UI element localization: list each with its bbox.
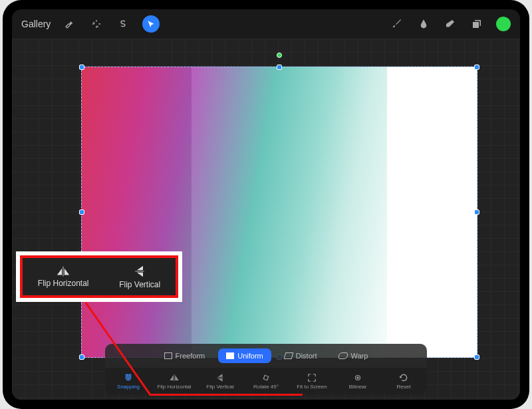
magnet-icon <box>124 373 133 382</box>
snapping-button[interactable]: Snapping <box>110 373 146 390</box>
mode-distort[interactable]: Distort <box>277 348 325 363</box>
reset-button[interactable]: Reset <box>386 373 422 390</box>
mode-label: Uniform <box>237 352 263 360</box>
mode-label: Distort <box>296 352 317 360</box>
flip-horizontal-button[interactable]: Flip Horizontal <box>156 373 192 390</box>
gallery-button[interactable]: Gallery <box>21 19 51 29</box>
mode-freeform[interactable]: Freeform <box>156 348 213 363</box>
gradient-layer[interactable] <box>81 67 387 358</box>
toolbar-label: Fit to Screen <box>297 384 327 390</box>
wrench-icon[interactable] <box>63 17 77 31</box>
freeform-icon <box>164 352 172 359</box>
toolbar-label: Snapping <box>117 384 140 390</box>
smudge-icon[interactable] <box>416 17 431 31</box>
callout-label: Flip Horizontal <box>38 279 89 288</box>
transform-mode-bar: Freeform Uniform Distort Warp <box>105 344 427 368</box>
transform-toolbar: Snapping Flip Horizontal Flip Vertical <box>105 368 427 394</box>
adjust-icon[interactable] <box>89 17 104 31</box>
callout-flip-vertical: Flip Vertical <box>119 265 160 289</box>
reset-icon <box>399 373 408 382</box>
flip-vertical-icon <box>134 265 145 278</box>
eraser-icon[interactable] <box>443 17 458 31</box>
annotation-callout-inner: Flip Horizontal Flip Vertical <box>20 255 178 298</box>
selection-s-icon[interactable] <box>116 17 130 31</box>
color-swatch[interactable] <box>496 17 511 31</box>
rotate-45-button[interactable]: Rotate 45° <box>248 373 284 390</box>
annotation-callout: Flip Horizontal Flip Vertical <box>16 251 182 302</box>
svg-rect-2 <box>263 375 268 380</box>
toolbar-label: Bilinear <box>349 384 367 390</box>
brush-icon[interactable] <box>390 17 404 31</box>
layers-icon[interactable] <box>469 17 484 31</box>
flip-vertical-button[interactable]: Flip Vertical <box>202 373 238 390</box>
rotation-handle[interactable] <box>277 53 282 58</box>
toolbar-label: Flip Vertical <box>206 384 233 390</box>
flip-horizontal-icon <box>169 373 180 382</box>
mode-uniform[interactable]: Uniform <box>218 348 271 363</box>
flip-vertical-icon <box>216 373 224 382</box>
fit-to-screen-button[interactable]: Fit to Screen <box>294 373 330 390</box>
fit-screen-icon <box>307 373 317 382</box>
bilinear-button[interactable]: Bilinear <box>340 373 376 390</box>
mode-warp[interactable]: Warp <box>331 348 376 363</box>
mode-label: Warp <box>351 352 368 360</box>
flip-horizontal-icon <box>56 266 70 277</box>
app-screen: Gallery <box>12 9 520 400</box>
toolbar-label: Flip Horizontal <box>157 384 191 390</box>
toolbar-label: Reset <box>397 384 411 390</box>
callout-label: Flip Vertical <box>119 280 160 289</box>
callout-flip-horizontal: Flip Horizontal <box>38 266 89 288</box>
rotate-icon <box>261 373 271 382</box>
toolbar-label: Rotate 45° <box>253 384 279 390</box>
ipad-device-frame: Gallery <box>3 0 529 409</box>
uniform-icon <box>226 352 234 359</box>
distort-icon <box>283 352 293 359</box>
svg-point-4 <box>357 376 358 378</box>
top-toolbar: Gallery <box>12 9 520 39</box>
canvas-area[interactable]: Freeform Uniform Distort Warp <box>12 39 520 400</box>
mode-label: Freeform <box>176 352 205 360</box>
interpolation-icon <box>353 373 362 382</box>
warp-icon <box>338 352 348 359</box>
transform-arrow-icon[interactable] <box>142 15 160 33</box>
